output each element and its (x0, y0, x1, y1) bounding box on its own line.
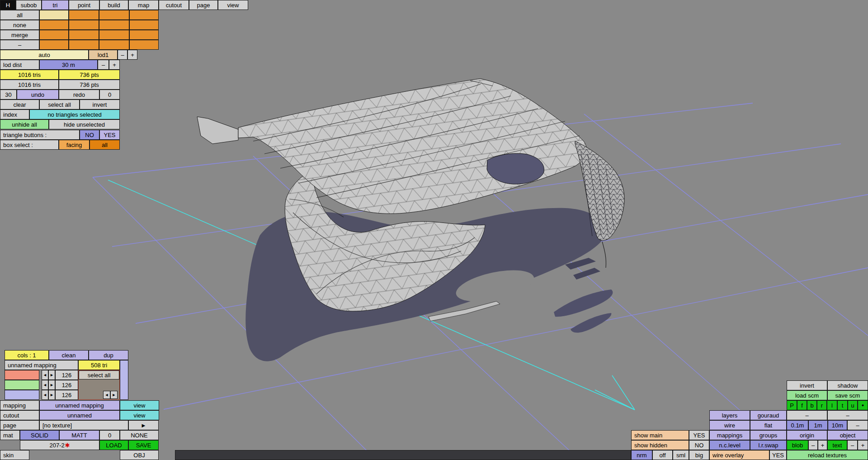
page-texture-value[interactable]: [no texture] (39, 420, 128, 430)
channel2-dec-button[interactable]: ◄ (42, 380, 48, 390)
box-select-facing[interactable]: facing (59, 140, 90, 150)
tab-view[interactable]: view (218, 0, 248, 10)
mat-matt-button[interactable]: MATT (59, 430, 99, 440)
subob-cell[interactable] (129, 30, 159, 40)
menu-h-button[interactable]: H (0, 0, 16, 10)
load-scm-button[interactable]: load scm (787, 390, 827, 400)
file-name-field[interactable]: 207-2✱ (20, 440, 99, 450)
select-all-button[interactable]: select all (39, 100, 80, 109)
tab-cutout[interactable]: cutout (159, 0, 189, 10)
blob-minus-button[interactable]: – (808, 440, 818, 450)
subob-cell[interactable] (99, 10, 129, 20)
redo-button[interactable]: redo (59, 90, 99, 100)
load-button[interactable]: LOAD (99, 440, 128, 450)
grid-1m-button[interactable]: 1m (808, 420, 828, 430)
subob-cell[interactable] (129, 40, 159, 50)
lrswap-button[interactable]: l.r.swap (750, 440, 787, 450)
color-swatch-red[interactable] (5, 370, 39, 380)
subob-cell[interactable] (39, 40, 69, 50)
tab-point[interactable]: point (69, 0, 99, 10)
index-button[interactable]: index (0, 109, 29, 119)
flat-button[interactable]: flat (750, 420, 787, 430)
subob-row-none[interactable]: none (0, 20, 39, 30)
obj-button[interactable]: OBJ (120, 450, 159, 460)
dash-button[interactable]: – (827, 410, 868, 420)
cutout-view-button[interactable]: view (120, 410, 159, 420)
invert-view-button[interactable]: invert (787, 380, 827, 390)
mapping-row-value[interactable]: unnamed mapping (39, 400, 120, 410)
subob-cell[interactable] (99, 30, 129, 40)
show-main-toggle[interactable]: YES (689, 430, 709, 440)
layers-button[interactable]: layers (709, 410, 750, 420)
nrm-button[interactable]: nrm (631, 450, 652, 460)
flag-r-button[interactable]: r (817, 400, 827, 410)
channel3-inc-button[interactable]: ► (48, 390, 55, 400)
text-button[interactable]: text (827, 440, 847, 450)
show-hidden-toggle[interactable]: NO (689, 440, 709, 450)
reload-textures-button[interactable]: reload textures (787, 450, 868, 460)
channel2-inc-button[interactable]: ► (48, 380, 55, 390)
flag-l-button[interactable]: l (827, 400, 837, 410)
gouraud-button[interactable]: gouraud (750, 410, 787, 420)
triangle-buttons-no[interactable]: NO (80, 130, 99, 140)
wire-button[interactable]: wire (709, 420, 750, 430)
save-button[interactable]: SAVE (128, 440, 159, 450)
shadow-button[interactable]: shadow (827, 380, 868, 390)
tab-build[interactable]: build (99, 0, 128, 10)
lod-dist-plus-button[interactable]: + (109, 60, 120, 70)
channel1-dec-button[interactable]: ◄ (42, 370, 48, 380)
blob-plus-button[interactable]: + (818, 440, 827, 450)
wire-overlay-toggle[interactable]: YES (769, 450, 787, 460)
text-plus-button[interactable]: + (858, 440, 868, 450)
tab-subob[interactable]: subob (16, 0, 42, 10)
tab-tri[interactable]: tri (42, 0, 69, 10)
box-inc-button[interactable]: ► (110, 391, 118, 399)
clean-button[interactable]: clean (49, 350, 89, 360)
cols-button[interactable]: cols : 1 (5, 350, 49, 360)
flag-dot-button[interactable]: ● (858, 400, 868, 410)
text-minus-button[interactable]: – (847, 440, 858, 450)
lod-plus-button[interactable]: + (127, 50, 137, 60)
tab-map[interactable]: map (128, 0, 159, 10)
invert-button[interactable]: invert (80, 100, 120, 109)
box-select-all[interactable]: all (90, 140, 120, 150)
tab-page[interactable]: page (189, 0, 218, 10)
lod-dist-minus-button[interactable]: – (98, 60, 109, 70)
triangle-buttons-yes[interactable]: YES (99, 130, 120, 140)
nrm-big-button[interactable]: big (689, 450, 709, 460)
mat-solid-button[interactable]: SOLID (20, 430, 59, 440)
lod-auto-button[interactable]: auto (0, 50, 89, 60)
subob-row-merge[interactable]: merge (0, 30, 39, 40)
hide-unselected-button[interactable]: hide unselected (49, 119, 120, 129)
subob-cell[interactable] (99, 40, 129, 50)
mat-zero-button[interactable]: 0 (99, 430, 120, 440)
mappings-button[interactable]: mappings (709, 430, 750, 440)
flag-f-button[interactable]: f (797, 400, 807, 410)
nrm-off-button[interactable]: off (652, 450, 673, 460)
grid-01m-button[interactable]: 0.1m (787, 420, 808, 430)
subob-cell[interactable] (69, 20, 99, 30)
subob-row-dash[interactable]: – (0, 40, 39, 50)
subob-cell[interactable] (69, 10, 99, 20)
save-scm-button[interactable]: save scm (827, 390, 868, 400)
flag-b-button[interactable]: b (807, 400, 817, 410)
origin-button[interactable]: origin (787, 430, 827, 440)
color-swatch-purple[interactable] (5, 390, 39, 400)
skin-button[interactable]: skin (0, 450, 29, 460)
mapping-side-strip[interactable] (120, 360, 128, 400)
cutout-row-value[interactable]: unnamed (39, 410, 120, 420)
page-next-button[interactable]: ► (128, 420, 159, 430)
subob-cell[interactable] (129, 10, 159, 20)
unhide-all-button[interactable]: unhide all (0, 119, 49, 129)
channel3-dec-button[interactable]: ◄ (42, 390, 48, 400)
box-dec-button[interactable]: ◄ (103, 391, 110, 399)
clear-button[interactable]: clear (0, 100, 39, 109)
channel1-inc-button[interactable]: ► (48, 370, 55, 380)
subob-cell[interactable] (69, 40, 99, 50)
flag-p-button[interactable]: P (787, 400, 797, 410)
subob-cell[interactable] (129, 20, 159, 30)
lod1-button[interactable]: lod1 (89, 50, 118, 60)
nrm-sml-button[interactable]: sml (673, 450, 689, 460)
subob-row-all[interactable]: all (0, 10, 39, 20)
viewport-3d[interactable] (0, 0, 868, 460)
